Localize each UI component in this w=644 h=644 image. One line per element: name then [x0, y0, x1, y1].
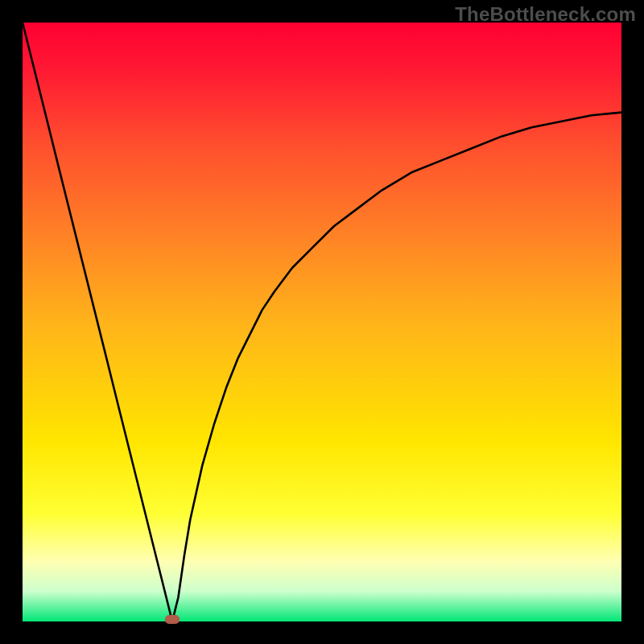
bottleneck-curve: [23, 23, 621, 621]
minimum-marker: [165, 615, 180, 624]
plot-area: [23, 23, 621, 621]
watermark-text: TheBottleneck.com: [455, 3, 636, 26]
